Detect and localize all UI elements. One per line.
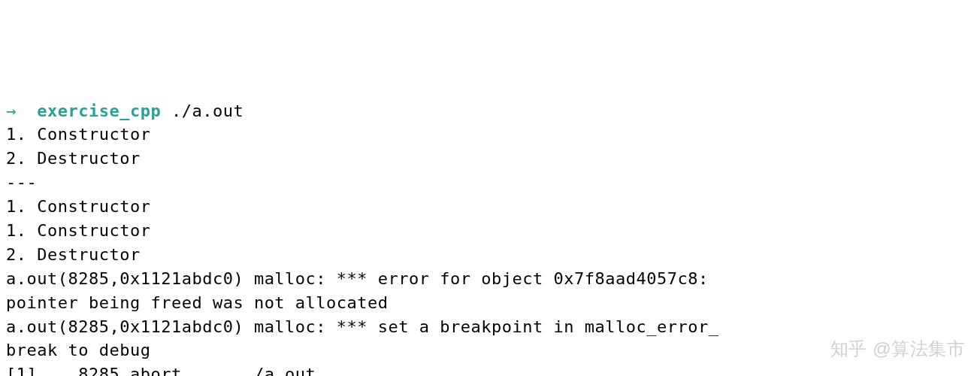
terminal-line: [1] 8285 abort ./a.out [6, 362, 974, 376]
terminal-text: --- [6, 173, 37, 192]
terminal-text: 1. Constructor [6, 197, 150, 216]
terminal-line: 1. Constructor [6, 195, 974, 219]
terminal-text: a.out(8285,0x1121abdc0) malloc: *** erro… [6, 269, 709, 288]
terminal-line: 2. Destructor [6, 243, 974, 267]
terminal-line: 1. Constructor [6, 219, 974, 243]
terminal-text: break to debug [6, 341, 150, 359]
terminal-text: pointer being freed was not allocated [6, 293, 389, 312]
terminal-output: → exercise_cpp ./a.out1. Constructor2. D… [6, 99, 974, 376]
terminal-line: --- [6, 171, 974, 195]
terminal-line: a.out(8285,0x1121abdc0) malloc: *** erro… [6, 267, 974, 291]
prompt-arrow: → [6, 102, 37, 120]
terminal-text: [1] 8285 abort ./a.out [6, 365, 316, 376]
terminal-line: 2. Destructor [6, 147, 974, 171]
terminal-line: pointer being freed was not allocated [6, 291, 974, 315]
terminal-text: a.out(8285,0x1121abdc0) malloc: *** set … [6, 317, 718, 336]
terminal-line: break to debug [6, 338, 974, 362]
terminal-line: a.out(8285,0x1121abdc0) malloc: *** set … [6, 315, 974, 339]
terminal-text: ./a.out [161, 102, 243, 120]
terminal-text: 2. Destructor [6, 149, 141, 168]
terminal-text: 1. Constructor [6, 125, 150, 144]
terminal-line: → exercise_cpp ./a.out [6, 99, 974, 123]
terminal-text: 1. Constructor [6, 221, 150, 240]
terminal-text: 2. Destructor [6, 245, 141, 264]
terminal-line: 1. Constructor [6, 123, 974, 147]
prompt-directory: exercise_cpp [37, 102, 161, 120]
